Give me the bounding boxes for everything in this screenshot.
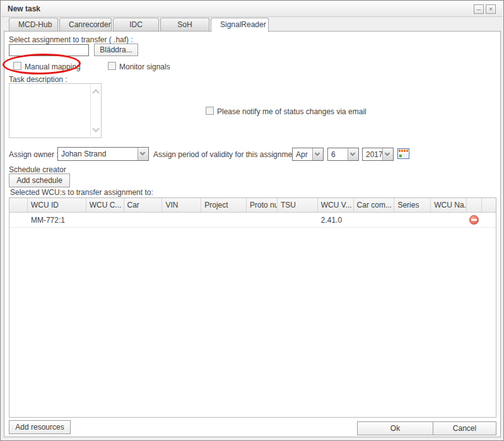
column-header-wcu-na[interactable]: WCU Na... [431, 198, 467, 212]
validity-label: Assign period of validity for this assig… [153, 150, 303, 159]
assign-owner-value: Johan Strand [61, 150, 106, 158]
window-title: New task [8, 4, 40, 13]
minimize-button[interactable]: – [474, 4, 484, 14]
cell [124, 213, 163, 227]
minimize-icon: – [477, 5, 481, 13]
chevron-down-icon[interactable] [138, 148, 148, 160]
tab-idc[interactable]: IDC [113, 18, 159, 31]
column-header[interactable] [482, 198, 496, 212]
chevron-down-icon[interactable] [348, 148, 358, 160]
scroll-up-icon[interactable] [92, 89, 99, 96]
column-header-wcu-v[interactable]: WCU V... [318, 198, 354, 212]
assign-owner-select[interactable]: Johan Strand [57, 147, 149, 161]
ok-button[interactable]: Ok [357, 421, 433, 435]
cell [201, 213, 247, 227]
validity-day-select[interactable]: 6 [327, 148, 359, 161]
manual-mapping-checkbox[interactable] [13, 62, 21, 70]
manual-mapping-label: Manual mapping [25, 62, 81, 71]
title-bar: New task – × [1, 1, 503, 17]
task-description-textarea[interactable] [9, 83, 102, 138]
calendar-icon[interactable] [397, 148, 409, 159]
column-header-wcu-c[interactable]: WCU C... [86, 198, 124, 212]
scroll-down-icon[interactable] [92, 125, 99, 132]
cell-wcu-version: 2.41.0 [318, 213, 354, 227]
tab-canrecorder[interactable]: Canrecorder [59, 18, 112, 31]
remove-row-icon[interactable] [469, 215, 479, 225]
cell [86, 213, 124, 227]
tab-signalreader[interactable]: SignalReader [211, 18, 269, 32]
cancel-button[interactable]: Cancel [433, 421, 496, 435]
cell-wcu-id: MM-772:1 [28, 213, 86, 227]
column-header-wcu-id[interactable]: WCU ID [28, 198, 86, 212]
notify-email-checkbox[interactable] [206, 107, 214, 115]
cell [394, 213, 431, 227]
schedule-creator-label: Schedule creator [9, 165, 66, 174]
monitor-signals-checkbox[interactable] [108, 62, 116, 70]
task-description-label: Task description : [9, 75, 67, 84]
table-row[interactable]: MM-772:1 2.41.0 [9, 213, 496, 228]
column-header[interactable] [467, 198, 482, 212]
cell [278, 213, 318, 227]
chevron-down-icon[interactable] [312, 148, 323, 160]
assign-owner-label: Assign owner : [9, 150, 59, 159]
chevron-down-icon[interactable] [382, 148, 393, 160]
cell [467, 213, 482, 227]
notify-email-label: Please notify me of status changes via e… [217, 107, 366, 116]
selected-wcu-label: Selected WCU:s to transfer assignment to… [10, 188, 153, 197]
wcu-table-header: WCU ID WCU C... Car VIN Project Proto nu… [9, 198, 496, 213]
column-header-car-com[interactable]: Car com... [354, 198, 395, 212]
cell [482, 213, 496, 227]
column-header-car[interactable]: Car [124, 198, 163, 212]
column-header-proto-nu[interactable]: Proto nu... [247, 198, 278, 212]
textarea-scrollbar[interactable] [90, 84, 101, 138]
monitor-signals-label: Monitor signals [119, 62, 170, 71]
cell [162, 213, 201, 227]
cell [354, 213, 395, 227]
add-resources-button[interactable]: Add resources [9, 420, 71, 434]
tab-mcd-hub[interactable]: MCD-Hub [9, 18, 58, 31]
validity-year-value: 2017 [366, 150, 383, 159]
validity-day-value: 6 [331, 150, 336, 159]
add-schedule-button[interactable]: Add schedule [9, 173, 70, 187]
close-button[interactable]: × [486, 4, 496, 14]
column-header-vin[interactable]: VIN [162, 198, 201, 212]
assignment-label: Select assignment to transfer ( .haf) : [9, 35, 133, 44]
assignment-file-input[interactable] [9, 44, 89, 56]
tab-strip: MCD-Hub Canrecorder IDC SoH SignalReader [9, 18, 269, 32]
browse-button[interactable]: Bläddra... [94, 44, 138, 56]
wcu-table: WCU ID WCU C... Car VIN Project Proto nu… [9, 197, 496, 418]
cell [431, 213, 467, 227]
column-header[interactable] [9, 198, 28, 212]
tab-soh[interactable]: SoH [160, 18, 209, 31]
new-task-dialog: New task – × MCD-Hub Canrecorder IDC SoH… [0, 0, 504, 441]
column-header-tsu[interactable]: TSU [278, 198, 318, 212]
validity-month-value: Apr [296, 150, 308, 159]
validity-year-select[interactable]: 2017 [362, 148, 394, 161]
cell [9, 213, 28, 227]
validity-month-select[interactable]: Apr [292, 148, 324, 161]
close-icon: × [489, 5, 493, 13]
column-header-series[interactable]: Series [394, 198, 431, 212]
column-header-project[interactable]: Project [201, 198, 247, 212]
cell [247, 213, 278, 227]
